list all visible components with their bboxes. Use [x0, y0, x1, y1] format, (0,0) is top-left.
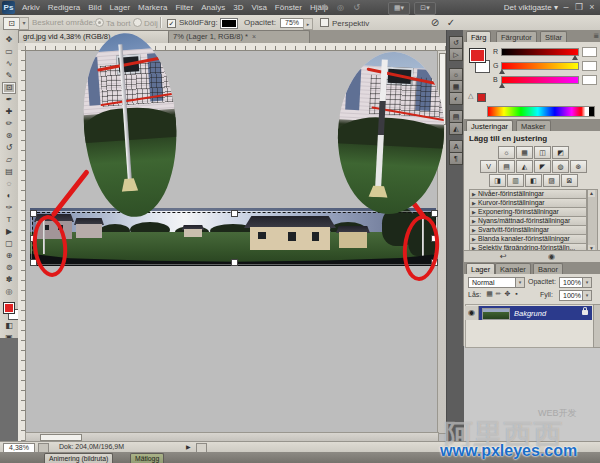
chevron-down-icon[interactable]: ▾ [582, 277, 592, 288]
crop-tool-icon[interactable]: ⊡ [3, 17, 20, 30]
color-balance-icon[interactable]: ◭ [516, 160, 533, 173]
lock-all-icon[interactable]: ▪ [512, 290, 521, 297]
horizontal-scrollbar[interactable] [25, 432, 439, 441]
move-tool[interactable]: ✥ [2, 34, 16, 46]
workspace-switcher[interactable]: Det viktigaste ▾ [504, 3, 558, 12]
eyedropper-tool[interactable]: ✒ [2, 94, 16, 106]
b-slider[interactable] [501, 76, 579, 84]
black-white-icon[interactable]: ◤ [534, 160, 551, 173]
quick-mask-icon[interactable]: ◧ [2, 320, 16, 332]
channel-mixer-icon[interactable]: ⊛ [570, 160, 587, 173]
cancel-crop-icon[interactable]: ⊘ [429, 17, 441, 29]
curves-panel-icon[interactable]: ◐ [449, 92, 463, 105]
eraser-tool[interactable]: ▱ [2, 154, 16, 166]
crop-selection[interactable] [32, 212, 436, 264]
minimize-button[interactable]: – [560, 2, 572, 13]
chevron-down-icon[interactable]: ▾ [582, 290, 592, 301]
rotate-view-icon[interactable]: ↺ [350, 2, 363, 13]
restore-button[interactable]: ❐ [573, 2, 585, 13]
quick-selection-tool[interactable]: ✎ [2, 70, 16, 82]
r-slider[interactable] [501, 48, 579, 56]
foreground-color-swatch[interactable] [469, 48, 486, 63]
close-button[interactable]: × [586, 2, 598, 13]
arrange-documents-icon[interactable]: ▦▾ [388, 2, 410, 15]
chevron-down-icon[interactable]: ▾ [515, 277, 525, 288]
hand-tool[interactable]: ✽ [2, 274, 16, 286]
menu-filter[interactable]: Filter [175, 3, 193, 12]
gamut-color-swatch[interactable] [477, 93, 486, 102]
blend-mode-select[interactable]: Normal [468, 277, 519, 288]
panel-menu-icon[interactable]: ≣ [593, 32, 599, 40]
doc-tab-grd[interactable]: grd.jpg vid 4,38% (RGB/8)× [18, 30, 176, 43]
menu-arkiv[interactable]: Arkiv [22, 3, 40, 12]
type-tool[interactable]: T [2, 214, 16, 226]
opacity-field[interactable]: 75% [280, 18, 304, 28]
curves-icon[interactable]: ◫ [534, 146, 551, 159]
path-selection-tool[interactable]: ▶ [2, 226, 16, 238]
clone-stamp-tool[interactable]: ⊛ [2, 130, 16, 142]
preset-scrollbar[interactable]: ▲ ▼ [587, 189, 598, 253]
layer-row-bakgrund[interactable]: ◉ Bakgrund [465, 306, 592, 320]
exposure-icon[interactable]: ◩ [552, 146, 569, 159]
lasso-tool[interactable]: ∿ [2, 58, 16, 70]
tool-preset-dropdown[interactable]: ▾ [19, 17, 29, 30]
gradient-map-icon[interactable]: ▨ [543, 174, 560, 187]
menu-3d[interactable]: 3D [233, 3, 243, 12]
crop-tool[interactable]: ⊡ [2, 82, 16, 94]
selective-color-icon[interactable]: ⊠ [561, 174, 578, 187]
shield-checkbox[interactable]: ✓Sköld [167, 18, 199, 28]
status-flyout-icon[interactable]: ▶ [186, 443, 191, 450]
menu-markera[interactable]: Markera [138, 3, 167, 12]
tab-matlogg[interactable]: Mätlogg [130, 453, 164, 463]
3d-orbit-tool[interactable]: ⊚ [2, 262, 16, 274]
tab-close-icon[interactable]: × [252, 33, 256, 40]
hand-icon[interactable]: ✽ [318, 2, 331, 13]
brightness-contrast-icon[interactable]: ☼ [498, 146, 515, 159]
photo-filter-icon[interactable]: ◍ [552, 160, 569, 173]
zoom-icon[interactable]: ◎ [334, 2, 347, 13]
hue-saturation-icon[interactable]: ▤ [498, 160, 515, 173]
g-slider[interactable] [501, 62, 579, 70]
menu-analys[interactable]: Analys [201, 3, 225, 12]
invert-icon[interactable]: ◨ [489, 174, 506, 187]
threshold-icon[interactable]: ◧ [525, 174, 542, 187]
foreground-color-swatch[interactable] [3, 302, 15, 314]
doc-tab-pano[interactable]: 7% (Lager 1, RGB/8) *× [168, 30, 310, 43]
3d-rotate-tool[interactable]: ⊕ [2, 250, 16, 262]
color-balance-panel-icon[interactable]: ◭ [449, 122, 463, 135]
lock-pixels-icon[interactable]: ✏ [494, 290, 503, 298]
posterize-icon[interactable]: ▥ [507, 174, 524, 187]
toggle-visibility-icon[interactable]: ◉ [548, 252, 555, 261]
radio-ta-bort[interactable]: Ta bort [95, 18, 130, 28]
menu-lager[interactable]: Lager [110, 3, 130, 12]
r-value[interactable] [582, 47, 597, 57]
marquee-tool[interactable]: ▭ [2, 46, 16, 58]
healing-brush-tool[interactable]: ✚ [2, 106, 16, 118]
lock-transparent-icon[interactable]: ▦ [485, 290, 494, 298]
tab-animering[interactable]: Animering (bildruta) [44, 453, 113, 463]
screen-mode-icon[interactable]: ⊡▾ [414, 2, 436, 15]
crop-handle[interactable] [231, 259, 238, 266]
opacity-dropdown[interactable]: ▸ [303, 18, 313, 30]
actions-panel-icon[interactable]: ▷ [449, 48, 463, 61]
layer-thumbnail[interactable] [482, 308, 510, 320]
layers-scrollbar[interactable] [593, 304, 600, 348]
perspective-checkbox[interactable]: Perspektiv [320, 18, 369, 28]
return-to-list-icon[interactable]: ↩ [500, 252, 507, 261]
blur-tool[interactable]: ◌ [2, 178, 16, 190]
history-brush-tool[interactable]: ↺ [2, 142, 16, 154]
b-value[interactable] [582, 75, 597, 85]
paragraph-panel-icon[interactable]: ¶ [449, 152, 463, 165]
shield-color-swatch[interactable] [220, 18, 238, 29]
radio-dolj[interactable]: Dölj [133, 18, 158, 28]
menu-redigera[interactable]: Redigera [48, 3, 80, 12]
levels-icon[interactable]: ▦ [516, 146, 533, 159]
crop-handle[interactable] [431, 210, 438, 217]
commit-crop-icon[interactable]: ✓ [445, 17, 457, 29]
g-value[interactable] [582, 61, 597, 71]
shape-tool[interactable]: ▢ [2, 238, 16, 250]
menu-visa[interactable]: Visa [251, 3, 266, 12]
lock-position-icon[interactable]: ✥ [503, 290, 512, 298]
menu-bild[interactable]: Bild [88, 3, 101, 12]
crop-handle[interactable] [30, 210, 37, 217]
